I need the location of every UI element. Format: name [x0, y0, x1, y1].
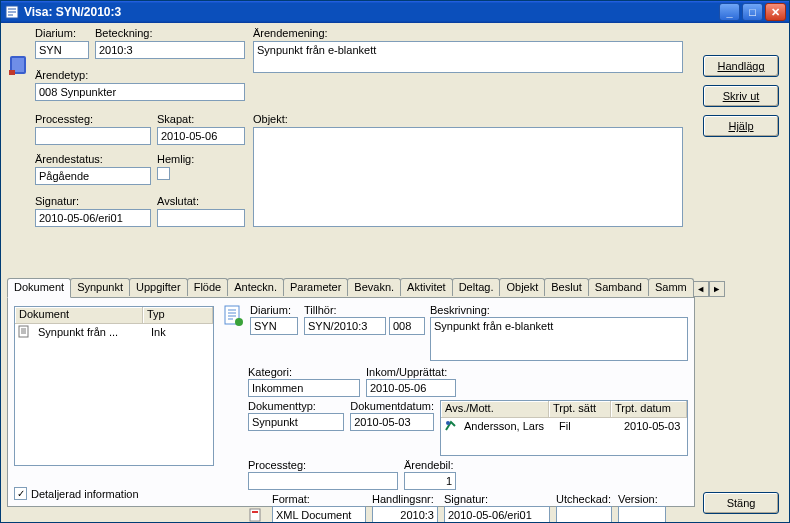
tab-synpunkt[interactable]: Synpunkt	[70, 278, 130, 296]
case-icon	[7, 53, 31, 79]
dfield-version[interactable]	[618, 506, 666, 522]
recipients-list[interactable]: Avs./Mott. Trpt. sätt Trpt. datum Anders…	[440, 400, 688, 456]
app-icon	[4, 4, 20, 20]
rcol-avsmott[interactable]: Avs./Mott.	[441, 401, 549, 418]
svg-rect-8	[250, 509, 260, 521]
dlabel-beskrivning: Beskrivning:	[430, 304, 688, 316]
titlebar[interactable]: Visa: SYN/2010:3 _ □ ✕	[1, 1, 789, 23]
content-area: Handlägg Skriv ut Hjälp Diarium: Beteckn…	[1, 23, 789, 522]
tab-uppgifter[interactable]: Uppgifter	[129, 278, 188, 296]
checkbox-hemlig[interactable]	[157, 167, 170, 180]
label-signatur: Signatur:	[35, 195, 151, 207]
person-icon	[444, 419, 457, 432]
field-skapat[interactable]	[157, 127, 245, 145]
rcol-trptsatt[interactable]: Trpt. sätt	[549, 401, 611, 418]
tab-anteckn[interactable]: Anteckn.	[227, 278, 284, 296]
dlabel-arendebil: Ärendebil:	[404, 459, 456, 471]
field-avslutat[interactable]	[157, 209, 245, 227]
recipient-row[interactable]: Andersson, Lars Fil 2010-05-03	[441, 418, 687, 433]
dfield-dokdatum[interactable]	[350, 413, 434, 431]
dfield-beskrivning[interactable]: Synpunkt från e-blankett	[430, 317, 688, 361]
dlabel-utcheckad: Utcheckad:	[556, 493, 612, 505]
tab-samm[interactable]: Samm	[648, 278, 694, 296]
dfield-doktyp[interactable]	[248, 413, 344, 431]
label-arendestatus: Ärendestatus:	[35, 153, 151, 165]
dlabel-handlingsnr: Handlingsnr:	[372, 493, 438, 505]
dfield-signatur[interactable]	[444, 506, 550, 522]
field-beteckning[interactable]	[95, 41, 245, 59]
col-typ[interactable]: Typ	[143, 307, 213, 324]
dfield-diarium[interactable]	[250, 317, 298, 335]
tab-parameter[interactable]: Parameter	[283, 278, 348, 296]
field-objekt[interactable]	[253, 127, 683, 227]
app-window: Visa: SYN/2010:3 _ □ ✕ Handlägg Skriv ut…	[0, 0, 790, 523]
close-button[interactable]: ✕	[765, 3, 786, 21]
svg-point-7	[446, 421, 450, 425]
maximize-button[interactable]: □	[742, 3, 763, 21]
tab-deltag[interactable]: Deltag.	[452, 278, 501, 296]
field-arendemening[interactable]: Synpunkt från e-blankett	[253, 41, 683, 73]
field-processteg[interactable]	[35, 127, 151, 145]
tab-dokument[interactable]: Dokument	[7, 278, 71, 298]
dlabel-version: Version:	[618, 493, 666, 505]
dfield-utcheckad[interactable]	[556, 506, 612, 522]
label-avslutat: Avslutat:	[157, 195, 245, 207]
document-row-icon	[18, 325, 31, 338]
dfield-arendebil[interactable]	[404, 472, 456, 490]
action-buttons: Handlägg Skriv ut Hjälp	[703, 55, 779, 137]
detaljerad-checkbox[interactable]: ✓	[14, 487, 27, 500]
dfield-tillhor2[interactable]	[389, 317, 425, 335]
field-signatur[interactable]	[35, 209, 151, 227]
label-objekt: Objekt:	[253, 113, 683, 125]
detaljerad-label: Detaljerad information	[31, 488, 139, 500]
document-list[interactable]: Dokument Typ Synpunkt från ... Ink	[14, 306, 214, 466]
dlabel-diarium: Diarium:	[250, 304, 298, 316]
skrivut-button[interactable]: Skriv ut	[703, 85, 779, 107]
dfield-processteg[interactable]	[248, 472, 398, 490]
field-diarium[interactable]	[35, 41, 89, 59]
tab-beslut[interactable]: Beslut	[544, 278, 589, 296]
dfield-handlingsnr[interactable]	[372, 506, 438, 522]
window-title: Visa: SYN/2010:3	[24, 5, 717, 19]
tab-scroll-left[interactable]: ◄	[693, 281, 709, 297]
dlabel-dokdatum: Dokumentdatum:	[350, 400, 434, 412]
label-skapat: Skapat:	[157, 113, 245, 125]
label-processteg: Processteg:	[35, 113, 151, 125]
dfield-inkom[interactable]	[366, 379, 456, 397]
dlabel-tillhor: Tillhör:	[304, 304, 424, 316]
document-detail: Diarium: Tillhör: Beskrivning:	[222, 304, 688, 522]
hjalp-button[interactable]: Hjälp	[703, 115, 779, 137]
tab-aktivitet[interactable]: Aktivitet	[400, 278, 453, 296]
tab-scroll-right[interactable]: ►	[709, 281, 725, 297]
dfield-tillhor1[interactable]	[304, 317, 386, 335]
tab-bevakn[interactable]: Bevakn.	[347, 278, 401, 296]
dlabel-processteg: Processteg:	[248, 459, 398, 471]
list-item[interactable]: Synpunkt från ... Ink	[15, 324, 213, 339]
tab-samband[interactable]: Samband	[588, 278, 649, 296]
field-arendestatus[interactable]	[35, 167, 151, 185]
detaljerad-info[interactable]: ✓ Detaljerad information	[14, 487, 139, 500]
tab-strip: DokumentSynpunktUppgifterFlödeAnteckn.Pa…	[7, 277, 695, 297]
rcol-trptdatum[interactable]: Trpt. datum	[611, 401, 687, 418]
tab-body-dokument: Dokument Typ Synpunkt från ... Ink	[7, 297, 695, 507]
dfield-format[interactable]	[272, 506, 366, 522]
label-arendemening: Ärendemening:	[253, 27, 683, 39]
tab-scroll: ◄ ►	[693, 281, 725, 297]
field-arendetyp[interactable]	[35, 83, 245, 101]
minimize-button[interactable]: _	[719, 3, 740, 21]
label-arendetyp: Ärendetyp:	[35, 69, 245, 81]
svg-rect-9	[252, 511, 258, 513]
dfield-kategori[interactable]	[248, 379, 360, 397]
dlabel-format: Format:	[272, 493, 366, 505]
dlabel-inkom: Inkom/Upprättat:	[366, 366, 456, 378]
stang-button[interactable]: Stäng	[703, 492, 779, 514]
tab-objekt[interactable]: Objekt	[499, 278, 545, 296]
svg-rect-2	[12, 58, 24, 72]
tab-flde[interactable]: Flöde	[187, 278, 229, 296]
label-diarium: Diarium:	[35, 27, 89, 39]
svg-point-6	[235, 318, 243, 326]
handlagg-button[interactable]: Handlägg	[703, 55, 779, 77]
dlabel-doktyp: Dokumenttyp:	[248, 400, 344, 412]
col-dokument[interactable]: Dokument	[15, 307, 143, 324]
svg-rect-3	[9, 70, 15, 75]
